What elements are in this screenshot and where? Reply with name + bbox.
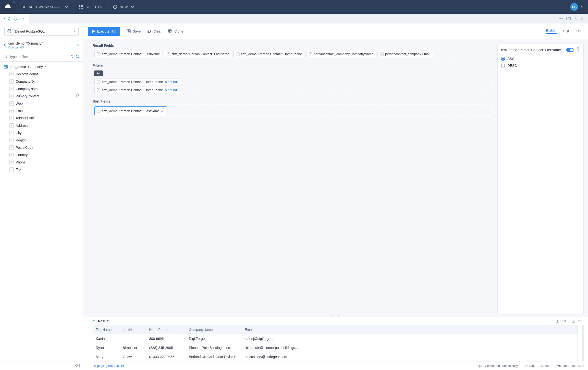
tree-field[interactable]: AFax	[0, 166, 83, 173]
breadcrumb-subtitle[interactable]: CompanyID	[8, 46, 75, 49]
grid-scrollbar[interactable]	[582, 325, 584, 361]
tree-field[interactable]: FRecords count	[0, 70, 83, 78]
view-builder[interactable]: Builder	[546, 29, 557, 34]
breadcrumb: crm_demo."Company" CompanyID	[0, 39, 83, 52]
app-logo: β	[0, 0, 16, 14]
workspace-dropdown[interactable]: DEFAULT WORKSPACE	[16, 0, 74, 14]
chevron-down-icon	[64, 5, 68, 9]
svg-rect-5	[82, 6, 83, 7]
tree-field[interactable]: AAddress	[0, 122, 83, 129]
save-button[interactable]: Save	[126, 29, 141, 34]
result-field-chip[interactable]: Acrm_demo."Person Contact".LastName	[164, 51, 232, 57]
filter-chip[interactable]: Acrm_demo."Person Contact".HomePhone is …	[94, 87, 181, 93]
table-cell: katrinj@digiforge.at	[242, 334, 577, 343]
export-csv-button[interactable]: CSV	[572, 319, 584, 323]
sort-field-chip[interactable]: Acrm_demo."Person Contact".LastName ↓AZ	[94, 106, 167, 115]
tab-query-1[interactable]: Query 1 ×	[0, 14, 29, 23]
tree-field[interactable]: ACity	[0, 129, 83, 137]
column-header[interactable]: LastName	[120, 325, 146, 334]
tree-field[interactable]: APostalCode	[0, 144, 83, 151]
tree-root[interactable]: crm_demo."Company".*	[0, 63, 83, 70]
field-type-badge: A	[9, 131, 14, 135]
next-tab-button[interactable]	[581, 17, 584, 21]
delete-field-button[interactable]	[576, 47, 580, 52]
tree-field[interactable]: APhone	[0, 159, 83, 166]
result-fields-dropzone[interactable]: Acrm_demo."Person Contact".FirstNameAcrm…	[93, 49, 493, 59]
tree-field[interactable]: #CompanyID	[0, 78, 83, 85]
chevron-down-icon[interactable]	[581, 6, 584, 8]
view-data[interactable]: Data	[576, 29, 584, 34]
tree-field[interactable]: ARegion	[0, 137, 83, 144]
result-field-chip[interactable]: Apersoncontact_company.CompanyName	[306, 51, 376, 57]
sort-desc-radio[interactable]: DESC	[501, 64, 580, 68]
column-header[interactable]: Email	[242, 325, 577, 334]
cloud-icon	[5, 4, 12, 10]
table-cell: Borland UK CodeGear Division	[186, 352, 242, 361]
field-type-badge: A	[9, 160, 14, 164]
tree-field[interactable]: AEmail	[0, 107, 83, 115]
grid-icon	[79, 5, 83, 9]
filter-input[interactable]	[9, 55, 69, 59]
filter-group-all[interactable]: All	[94, 70, 103, 76]
beta-badge: β	[13, 1, 15, 3]
filters-dropzone[interactable]: All Acrm_demo."Person Contact".HomePhone…	[93, 69, 493, 95]
close-tab-icon[interactable]: ×	[23, 16, 25, 21]
new-tab-button[interactable]	[559, 16, 563, 21]
field-enabled-toggle[interactable]	[566, 48, 574, 52]
prev-tab-button[interactable]	[574, 17, 577, 21]
collapse-result-icon[interactable]	[93, 319, 96, 323]
table-cell: rbirnesser@pioneerpolebuildings...	[242, 343, 577, 352]
view-sql[interactable]: SQL	[563, 29, 570, 34]
sort-toggle-icon[interactable]	[71, 54, 74, 59]
connection-select[interactable]: Devart PostgreSQL	[4, 27, 79, 36]
field-type-badge: A	[9, 153, 14, 157]
result-field-chip[interactable]: Acrm_demo."Person Contact".HomePhone	[233, 51, 305, 57]
field-type-badge: A	[9, 123, 14, 128]
result-grid: FirstNameLastNameHomePhoneCompanyNameEma…	[93, 325, 578, 361]
result-panel: Result PDF CSV FirstNameLastNameHomePhon…	[83, 317, 588, 370]
table-row[interactable]: MaryGodwin01403-222-0365Borland UK CodeG…	[93, 352, 577, 361]
result-field-chip[interactable]: Acrm_demo."Person Contact".FirstName	[94, 51, 162, 57]
sort-asc-radio[interactable]: ASC	[501, 57, 580, 61]
sort-asc-icon: ↓AZ	[161, 108, 164, 114]
tree-field[interactable]: ACompanyName	[0, 85, 83, 92]
column-header[interactable]: HomePhone	[146, 325, 186, 334]
field-type-icon: A	[97, 80, 100, 84]
result-title: Result	[98, 319, 109, 323]
refresh-icon[interactable]	[76, 54, 80, 59]
back-button[interactable]	[3, 43, 6, 47]
user-avatar[interactable]: SB	[570, 3, 578, 11]
sidebar: Devart PostgreSQL crm_demo."Company" Com…	[0, 23, 83, 370]
vertical-splitter[interactable]: • • •	[83, 314, 588, 317]
folder-button[interactable]	[566, 16, 571, 21]
collapse-sidebar-icon[interactable]	[75, 364, 80, 368]
tree-field[interactable]: ACountry	[0, 151, 83, 159]
new-dropdown[interactable]: NEW	[108, 0, 140, 14]
filter-chip[interactable]: Acrm_demo."Person Contact".HomePhone is …	[94, 79, 181, 85]
sort-fields-title: Sort Fields	[93, 99, 493, 103]
postgresql-icon	[7, 29, 12, 34]
tree-field[interactable]: #PrimaryContact	[0, 92, 83, 100]
sort-fields-dropzone[interactable]: Acrm_demo."Person Contact".LastName ↓AZ	[93, 105, 493, 117]
unsaved-dot-icon	[4, 18, 5, 19]
svg-rect-15	[169, 30, 171, 32]
column-header[interactable]: CompanyName	[186, 325, 242, 334]
table-row[interactable]: RyanBirnesser(888)-345-2905Pioneer Pole …	[93, 343, 577, 352]
result-field-chip[interactable]: Apersoncontact_company.Email	[378, 51, 433, 57]
execute-button[interactable]: Execute F9	[88, 27, 120, 36]
clone-icon	[168, 29, 172, 34]
column-header[interactable]: FirstName	[93, 325, 120, 334]
external-link-icon[interactable]	[76, 94, 80, 98]
objects-button[interactable]: OBJECTS	[74, 0, 108, 14]
table-cell: Pioneer Pole Buildings, Inc.	[186, 343, 242, 352]
clone-button[interactable]: Clone	[168, 29, 184, 34]
export-pdf-button[interactable]: PDF	[556, 319, 567, 323]
undo-icon	[147, 29, 151, 34]
breadcrumb-chevron[interactable]	[77, 43, 80, 47]
clear-button[interactable]: Clear	[147, 29, 161, 34]
field-type-icon: A	[167, 52, 170, 56]
table-row[interactable]: Katrin800-9696Digi Forgekatrinj@digiforg…	[93, 334, 577, 343]
tree-field[interactable]: AWeb	[0, 100, 83, 107]
tree-field[interactable]: AAddressTitle	[0, 115, 83, 122]
table-cell: Katrin	[93, 334, 120, 343]
